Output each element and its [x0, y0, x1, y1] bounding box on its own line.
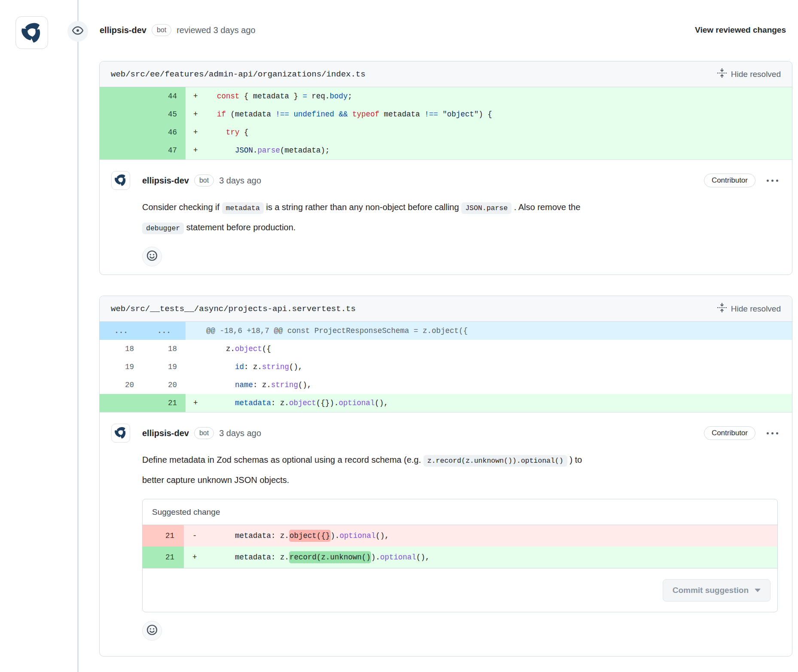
review-comment-1: ellipsis-dev bot 3 days ago Contributor …: [100, 160, 792, 266]
code-line: metadata: z.record(z.unknown()).optional…: [208, 547, 777, 568]
hide-resolved-button[interactable]: Hide resolved: [717, 68, 781, 80]
old-line-number: 18: [100, 340, 143, 358]
diff-line-context: 20 20 name: z.string(),: [100, 376, 792, 394]
diff-line-added: 46 + try {: [100, 123, 792, 141]
suggestion-footer: Commit suggestion: [143, 568, 777, 612]
code-line: if (metadata !== undefined && typeof met…: [208, 105, 792, 123]
timeline-line: [77, 0, 79, 672]
code-line: z.object({: [208, 340, 792, 358]
diff-marker: -: [184, 525, 208, 547]
diff-line-context: 19 19 id: z.string(),: [100, 358, 792, 376]
diff-marker: [186, 376, 208, 394]
old-line-number: 20: [100, 376, 143, 394]
comment-avatar[interactable]: [111, 424, 130, 443]
diff-marker: +: [186, 141, 208, 159]
diff-block-1: 44 + const { metadata } = req.body; 45 +…: [100, 87, 792, 160]
new-line-number: 19: [143, 358, 186, 376]
review-eye-badge: [67, 21, 88, 42]
diff-marker: [186, 358, 208, 376]
comment-header: ellipsis-dev bot 3 days ago Contributor: [111, 171, 779, 190]
old-line-number: [100, 141, 143, 159]
file-header-1: web/src/ee/features/admin-api/organizati…: [100, 61, 792, 87]
diff-block-2: ... ... @@ -18,6 +18,7 @@ const ProjectR…: [100, 322, 792, 412]
file-path-link[interactable]: web/src/__tests__/async/projects-api.ser…: [111, 304, 356, 314]
code-line: metadata: z.object({}).optional(),: [208, 525, 777, 547]
review-thread-card-1: web/src/ee/features/admin-api/organizati…: [99, 61, 792, 275]
old-line-number: 19: [100, 358, 143, 376]
kebab-menu-icon[interactable]: [766, 430, 779, 437]
new-line-number: 46: [143, 123, 186, 141]
new-line-number: 44: [143, 87, 186, 105]
review-author[interactable]: ellipsis-dev: [100, 25, 146, 35]
hunk-header-row: ... ... @@ -18,6 +18,7 @@ const ProjectR…: [100, 322, 792, 340]
code-line: name: z.string(),: [208, 376, 792, 394]
bot-badge: bot: [152, 24, 171, 36]
add-reaction-button[interactable]: [142, 621, 162, 641]
view-reviewed-changes-link[interactable]: View reviewed changes: [695, 25, 786, 35]
chevron-down-icon: [755, 589, 761, 592]
bot-badge: bot: [194, 174, 214, 186]
suggested-change-title: Suggested change: [143, 499, 777, 525]
review-header: ellipsis-dev bot reviewed 3 days ago Vie…: [100, 24, 786, 36]
contributor-badge: Contributor: [704, 174, 755, 187]
review-thread-card-2: web/src/__tests__/async/projects-api.ser…: [99, 296, 792, 657]
hide-resolved-label: Hide resolved: [731, 70, 781, 79]
new-line-number: 45: [143, 105, 186, 123]
add-reaction-button[interactable]: [142, 247, 162, 266]
hide-resolved-label: Hide resolved: [731, 304, 781, 314]
new-line-number: 21: [143, 394, 186, 412]
commit-suggestion-button[interactable]: Commit suggestion: [663, 579, 771, 602]
diff-line-added: 47 + JSON.parse(metadata);: [100, 141, 792, 159]
code-line: try {: [208, 123, 792, 141]
diff-line-added: 21 + metadata: z.object({}).optional(),: [100, 394, 792, 412]
comment-header: ellipsis-dev bot 3 days ago Contributor: [111, 424, 779, 443]
code-line: id: z.string(),: [208, 358, 792, 376]
diff-marker: [186, 340, 208, 358]
diff-marker: +: [186, 87, 208, 105]
hide-resolved-button[interactable]: Hide resolved: [717, 303, 781, 315]
diff-line-added: 45 + if (metadata !== undefined && typeo…: [100, 105, 792, 123]
diff-line-context: 18 18 z.object({: [100, 340, 792, 358]
line-number: 21: [143, 547, 184, 568]
eye-icon: [72, 25, 83, 38]
hunk-header-text: @@ -18,6 +18,7 @@ const ProjectResponseS…: [186, 322, 792, 340]
hunk-gutter: ...: [143, 322, 186, 340]
ellipsis-logo-icon: [113, 172, 128, 189]
comment-author[interactable]: ellipsis-dev: [142, 176, 189, 186]
contributor-badge: Contributor: [704, 426, 755, 440]
fold-icon: [717, 68, 727, 80]
reviewer-avatar[interactable]: [15, 16, 48, 49]
review-action-text: reviewed 3 days ago: [177, 25, 255, 35]
kebab-menu-icon[interactable]: [766, 177, 779, 184]
diff-marker: +: [186, 123, 208, 141]
old-line-number: [100, 123, 143, 141]
new-line-number: 47: [143, 141, 186, 159]
new-line-number: 20: [143, 376, 186, 394]
old-line-number: [100, 394, 143, 412]
diff-marker: +: [184, 547, 208, 568]
diff-marker: +: [186, 105, 208, 123]
bot-badge: bot: [194, 427, 214, 439]
comment-body: Define metadata in Zod schemas as option…: [142, 450, 777, 489]
smiley-icon: [146, 624, 158, 637]
commit-suggestion-label: Commit suggestion: [673, 586, 749, 595]
new-line-number: 18: [143, 340, 186, 358]
ellipsis-logo-icon: [113, 425, 128, 441]
comment-author[interactable]: ellipsis-dev: [142, 428, 189, 438]
smiley-icon: [146, 250, 158, 263]
hunk-gutter: ...: [100, 322, 143, 340]
code-line: JSON.parse(metadata);: [208, 141, 792, 159]
old-line-number: [100, 87, 143, 105]
comment-timestamp[interactable]: 3 days ago: [219, 428, 261, 438]
suggestion-added-line: 21 + metadata: z.record(z.unknown()).opt…: [143, 547, 777, 568]
diff-marker: +: [186, 394, 208, 412]
suggested-change-block: Suggested change 21 - metadata: z.object…: [142, 499, 778, 612]
comment-avatar[interactable]: [111, 171, 130, 190]
line-number: 21: [143, 525, 184, 547]
ellipsis-logo-icon: [19, 19, 44, 46]
file-path-link[interactable]: web/src/ee/features/admin-api/organizati…: [111, 70, 365, 79]
suggestion-deleted-line: 21 - metadata: z.object({}).optional(),: [143, 525, 777, 547]
review-comment-2: ellipsis-dev bot 3 days ago Contributor …: [100, 412, 792, 641]
comment-timestamp[interactable]: 3 days ago: [219, 176, 261, 186]
diff-line-added: 44 + const { metadata } = req.body;: [100, 87, 792, 105]
